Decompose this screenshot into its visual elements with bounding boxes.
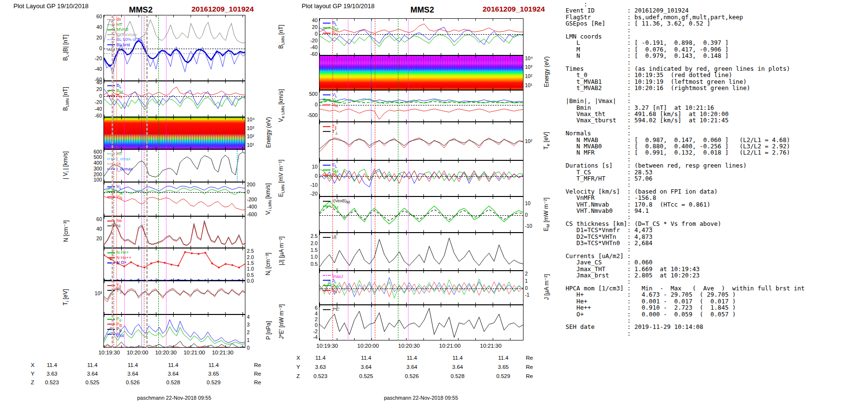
legend-line-sample [323,27,331,28]
ytick-label: 300 [86,166,102,171]
ephemeris-value: 0.526 [118,379,147,385]
ytick-label: 20 [86,235,102,241]
info-panel: : Event ID : 20161209_101924 FlagStr : b… [562,1,804,337]
label-part: ⊥ [119,289,123,294]
label-part: V [278,118,284,122]
traces-b-lmn [104,81,245,117]
ytick-label: 10³ [247,125,254,131]
label-part: e [546,144,550,146]
legend-line-sample [323,175,331,176]
legend-label: BL [116,83,122,88]
legend-jde-0: J*E' [323,307,340,312]
ytick-label: 20 [86,35,102,40]
ytick-label: 0 [247,345,250,351]
legend-label: T∥ [116,283,121,287]
ytick-label: 20 [86,86,102,92]
legend-label: N He+ [116,250,129,255]
label-part: J [µA m⁻²] [543,274,550,300]
panel-ti: T∥T⊥ [103,281,245,314]
ephemeris-value: 11.4 [78,362,107,368]
ytick-label: 20 [301,24,318,30]
label-part: N [265,271,271,275]
trace-ni [104,221,245,245]
point-n-he-plusplus [225,263,227,265]
ytick-label: 0 [301,173,318,179]
footer-left: paschmann 22-Nov-2018 09:55 [114,395,234,401]
legend-vi-lmn-2: VN [107,194,122,200]
axis-label-e-lmn: ELMN [mV m⁻¹] [278,140,285,217]
ytick-label: -20 [86,99,102,105]
label-part: B [62,107,69,111]
axis-label-pressure: P [nPa] [265,292,272,369]
point-n-he-plusplus [178,265,179,267]
legend-label: T⊥ [116,288,123,293]
trace-te-perp [319,139,523,149]
zero-line [104,53,245,54]
legend-label: PB [116,322,122,327]
ephemeris-unit: Re [254,362,261,368]
zero-line [319,34,523,35]
ephemeris-value: 11.4 [199,362,228,368]
legend-bl-b-6: |B| [107,47,122,52]
label-part: Energy (eV) [265,117,272,147]
ephemeris-unit: Re [254,371,261,377]
label-part: [cm⁻³] [265,253,271,270]
point-n-he-plusplus [191,252,193,254]
axis-label-jde: J*E' [nW m⁻³] [278,283,285,360]
label-part: E [543,227,549,231]
ytick-label: 10¹ [247,142,254,148]
marker-line-blminmax-1 [112,15,113,348]
trace-e-m [319,169,523,182]
label-part: [nT] [62,87,69,98]
ephemeris-value: 0.529 [199,379,228,385]
legend-label: BM [116,88,123,93]
trace-b-n [104,87,245,96]
ephemeris-row-label-x: X [31,362,35,368]
ephemeris-row-label-z: Z [31,379,34,385]
label-part: T [62,302,69,305]
ytick-label: 200 [247,182,255,187]
ephemeris-value: 11.4 [443,355,472,361]
legend-label: BN [116,93,122,98]
ytick-label: -10 [301,182,318,188]
legend-label: HT [116,22,122,27]
ephemeris-unit: Re [526,364,533,370]
ytick-label: 1.5 [247,260,254,266]
legend-label: EM [332,204,338,209]
legend-label: J*E' [332,307,340,312]
legend-line-sample [323,237,331,238]
panel-ion-spectrogram [103,117,245,149]
ytick-label: 0 [525,212,528,218]
point-n-he-plusplus [170,263,172,265]
ephemeris-unit: Re [526,373,533,379]
ytick-label: -20 [301,38,318,43]
label-part: |J| [µA m⁻²] [278,236,285,265]
legend-line-sample [323,131,331,132]
label-part: M [335,205,338,209]
ytick-label: 100 [86,177,102,183]
trace-j-dot-e [319,308,523,338]
legend-label: t_vmax [116,157,130,161]
legend-label: VM [332,97,338,102]
ytick-label: 2 [525,271,528,276]
point-n-he-plusplus [130,261,132,263]
marker-line-t-mvab2 [158,15,159,348]
trace-p-b [104,346,245,348]
legend-line-sample [323,285,331,286]
legend-j-mag-0: |J| [323,235,336,239]
trace-ve-n [319,109,523,119]
label-part: P [nPa] [265,321,272,340]
panel-te: T∥T⊥ [319,122,523,160]
ytick-label: 0 [301,322,318,328]
spacecraft-title-middle: MMS2 [410,5,434,15]
legend-label: VN [116,194,122,199]
label-part: LMN [281,184,285,193]
label-part: [mW m⁻²] [543,197,549,224]
marker-line-t-maxj-1 [124,15,125,348]
ytick-label: 2.0 [301,240,318,246]
legend-label: Ni [116,223,121,228]
trace-j-l [319,277,523,297]
point-n-he-plusplus [204,252,206,254]
zero-line [319,288,523,289]
legend-line-sample [323,165,331,166]
